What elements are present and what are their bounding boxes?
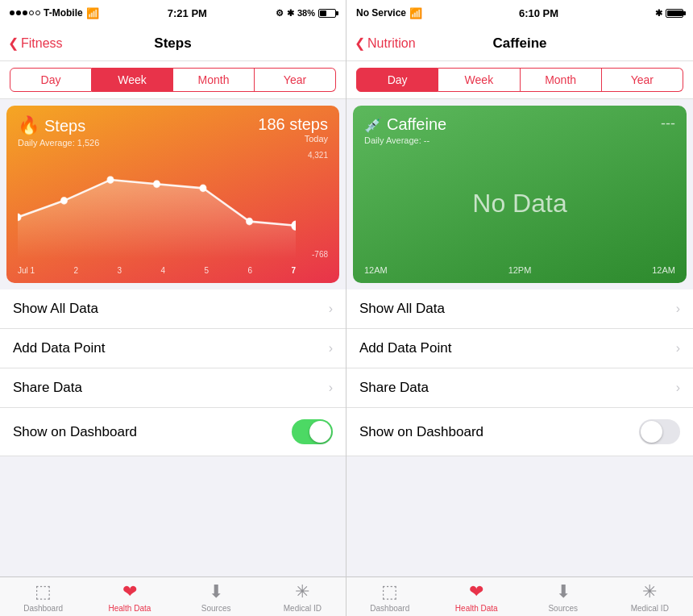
- nav-header-right: ❮ Nutrition Caffeine: [346, 26, 693, 61]
- status-bar-left-info: T-Mobile 📶: [10, 7, 99, 19]
- segment-month-left[interactable]: Month: [173, 68, 255, 92]
- carrier-label: T-Mobile: [44, 7, 83, 19]
- toggle-thumb-right: [641, 421, 662, 443]
- tab-sources-left[interactable]: ⬇ Sources: [173, 581, 259, 613]
- x-label-1: Jul 1: [18, 266, 35, 275]
- back-button-right[interactable]: ❮ Nutrition: [355, 35, 416, 51]
- show-all-data-label-right: Show All Data: [359, 301, 445, 317]
- time-label-12am-1: 12AM: [364, 265, 388, 275]
- no-data-label: No Data: [364, 145, 675, 262]
- tab-medical-label-right: Medical ID: [631, 604, 669, 613]
- caffeine-chart-title: Caffeine: [387, 115, 446, 134]
- show-all-data-right: ›: [329, 302, 333, 316]
- no-service-label: No Service: [356, 7, 406, 19]
- segment-day-left[interactable]: Day: [10, 68, 92, 92]
- page-title-left: Steps: [154, 35, 191, 52]
- time-label-12pm: 12PM: [508, 265, 532, 275]
- chart-y-labels: 4,321 -768: [308, 151, 328, 259]
- segment-week-right[interactable]: Week: [438, 68, 520, 92]
- tab-sources-label: Sources: [201, 604, 231, 613]
- segment-day-right[interactable]: Day: [356, 68, 438, 92]
- list-item-add-data-point-right[interactable]: Add Data Point ›: [346, 329, 693, 368]
- bluetooth-icon: ✱: [287, 8, 294, 19]
- chevron-icon: ›: [329, 381, 333, 395]
- tab-dashboard-label: Dashboard: [23, 604, 63, 613]
- tab-bar-right: ⬚ Dashboard ❤ Health Data ⬇ Sources ✳ Me…: [346, 576, 693, 616]
- svg-point-2: [61, 198, 68, 204]
- tab-dashboard-right[interactable]: ⬚ Dashboard: [346, 581, 434, 613]
- caffeine-list-section: Show All Data › Add Data Point › Share D…: [346, 289, 693, 456]
- tab-medical-left[interactable]: ✳ Medical ID: [259, 581, 346, 613]
- status-bar-right: No Service 📶 6:10 PM ✱: [346, 0, 693, 26]
- list-item-show-all-data-right[interactable]: Show All Data ›: [346, 289, 693, 329]
- segment-year-right[interactable]: Year: [602, 68, 683, 92]
- x-label-4: 4: [160, 266, 165, 275]
- battery-icon: [318, 9, 336, 18]
- dashboard-toggle-left[interactable]: [292, 419, 333, 444]
- svg-point-7: [292, 222, 296, 230]
- chevron-icon: ›: [329, 341, 333, 356]
- y-max: 4,321: [308, 151, 328, 160]
- status-bar-right-info: ⚙ ✱ 38%: [276, 8, 336, 19]
- tab-medical-right[interactable]: ✳ Medical ID: [607, 581, 694, 613]
- list-item-show-dashboard-right: Show on Dashboard: [346, 408, 693, 456]
- steps-value: 186 steps: [258, 115, 328, 134]
- tab-dashboard-left[interactable]: ⬚ Dashboard: [0, 581, 86, 613]
- y-min: -768: [308, 250, 328, 259]
- x-label-7: 7: [291, 266, 296, 275]
- show-all-data-label: Show All Data: [13, 301, 98, 317]
- time-label: 7:21 PM: [168, 7, 207, 19]
- dashboard-icon: ⬚: [35, 581, 52, 602]
- steps-chart-area: 4,321 -768: [18, 151, 328, 275]
- wifi-icon-right: 📶: [409, 7, 422, 19]
- segment-year-left[interactable]: Year: [255, 68, 336, 92]
- show-dashboard-label-right: Show on Dashboard: [359, 424, 483, 440]
- health-data-icon: ❤: [122, 581, 137, 602]
- back-button-left[interactable]: ❮ Fitness: [8, 35, 63, 51]
- tab-sources-right[interactable]: ⬇ Sources: [520, 581, 607, 613]
- tab-bar-left: ⬚ Dashboard ❤ Health Data ⬇ Sources ✳ Me…: [0, 576, 346, 616]
- svg-marker-0: [18, 180, 296, 259]
- left-phone-screen: T-Mobile 📶 7:21 PM ⚙ ✱ 38% ❮ Fitness Ste…: [0, 0, 346, 616]
- share-data-label: Share Data: [13, 380, 82, 396]
- health-data-icon-right: ❤: [469, 581, 483, 602]
- syringe-icon: 💉: [364, 116, 382, 134]
- dashboard-toggle-right[interactable]: [639, 419, 680, 444]
- svg-point-4: [154, 181, 160, 187]
- segment-week-left[interactable]: Week: [92, 68, 173, 92]
- status-bar-right-left: No Service 📶: [356, 7, 422, 19]
- medical-icon: ✳: [295, 581, 309, 602]
- x-label-6: 6: [247, 266, 252, 275]
- list-item-share-data[interactable]: Share Data ›: [0, 368, 346, 408]
- x-labels: Jul 1 2 3 4 5 6 7: [18, 266, 296, 275]
- sources-icon: ⬇: [209, 581, 223, 602]
- back-chevron-icon-right: ❮: [355, 35, 365, 51]
- bluetooth-icon-right: ✱: [655, 8, 662, 19]
- status-bar-left: T-Mobile 📶 7:21 PM ⚙ ✱ 38%: [0, 0, 346, 26]
- back-label-right: Nutrition: [367, 36, 416, 51]
- list-item-share-data-right[interactable]: Share Data ›: [346, 368, 693, 408]
- battery-pct: 38%: [297, 8, 315, 18]
- steps-avg: Daily Average: 1,526: [18, 138, 99, 148]
- steps-chart-card: 🔥 Steps Daily Average: 1,526 186 steps T…: [6, 106, 339, 283]
- list-item-show-all-data[interactable]: Show All Data ›: [0, 289, 346, 329]
- chevron-icon: ›: [329, 302, 333, 316]
- svg-point-1: [18, 214, 21, 220]
- tab-health-data-left[interactable]: ❤ Health Data: [86, 581, 172, 613]
- spacer-right: [346, 456, 693, 576]
- medical-icon-right: ✳: [642, 581, 657, 602]
- tab-health-data-label-right: Health Data: [455, 604, 498, 613]
- list-item-add-data-point[interactable]: Add Data Point ›: [0, 329, 346, 368]
- show-dashboard-right-right: [639, 419, 680, 444]
- segment-month-right[interactable]: Month: [521, 68, 602, 92]
- add-data-point-right: ›: [329, 341, 333, 356]
- right-phone-screen: No Service 📶 6:10 PM ✱ ❮ Nutrition Caffe…: [346, 0, 693, 616]
- steps-list-section: Show All Data › Add Data Point › Share D…: [0, 289, 346, 456]
- tab-health-data-right[interactable]: ❤ Health Data: [434, 581, 521, 613]
- toggle-thumb: [309, 421, 331, 443]
- steps-chart-title: Steps: [44, 117, 85, 135]
- show-dashboard-right: [292, 419, 333, 444]
- spacer-left: [0, 456, 346, 576]
- share-data-right: ›: [329, 381, 333, 395]
- list-item-show-dashboard: Show on Dashboard: [0, 408, 346, 456]
